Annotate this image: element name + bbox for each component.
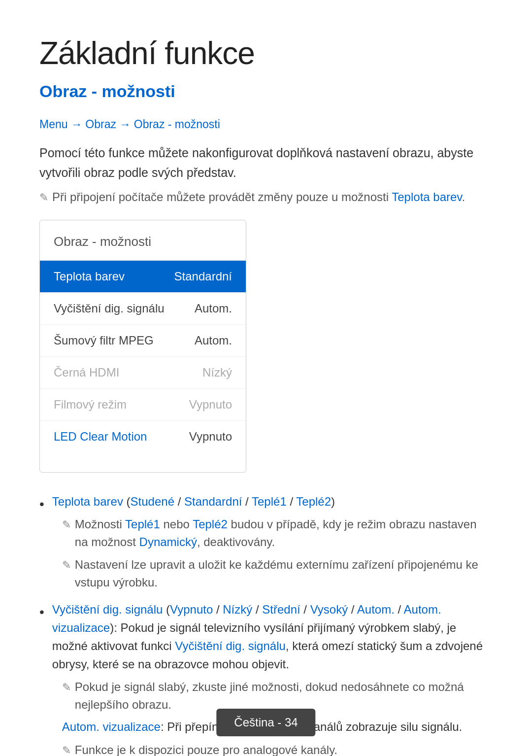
breadcrumb-obraz[interactable]: Obraz bbox=[85, 118, 116, 131]
bullet-dot-1: • bbox=[39, 493, 44, 515]
link-standardni[interactable]: Standardní bbox=[184, 495, 242, 508]
note-link-teplota[interactable]: Teplota barev bbox=[392, 190, 462, 204]
menu-row-vycisteni[interactable]: Vyčištění dig. signálu Autom. bbox=[40, 293, 246, 325]
menu-row-led[interactable]: LED Clear Motion Vypnuto bbox=[40, 421, 246, 452]
bullet-content-teplota: Teplota barev (Studené / Standardní / Te… bbox=[52, 492, 493, 591]
link-autom-v[interactable]: Autom. bbox=[357, 603, 395, 616]
menu-panel-title: Obraz - možnosti bbox=[40, 232, 246, 261]
menu-value-led: Vypnuto bbox=[189, 428, 232, 446]
subnote-icon-1: ✎ bbox=[62, 516, 71, 533]
menu-row-sumovy[interactable]: Šumový filtr MPEG Autom. bbox=[40, 325, 246, 357]
footer: Čeština - 34 bbox=[216, 709, 315, 736]
menu-label-vycisteni: Vyčištění dig. signálu bbox=[54, 300, 165, 317]
subnote-vycisteni-2: ✎ Funkce je k dispozici pouze pro analog… bbox=[62, 741, 493, 756]
breadcrumb: Menu → Obraz → Obraz - možnosti bbox=[39, 116, 493, 133]
menu-label-sumovy: Šumový filtr MPEG bbox=[54, 332, 154, 349]
subnote-icon-v2: ✎ bbox=[62, 742, 71, 756]
intro-text: Pomocí této funkce můžete nakonfigurovat… bbox=[39, 143, 493, 182]
link-vycisteni[interactable]: Vyčištění dig. signálu bbox=[52, 603, 163, 616]
link-teple1[interactable]: Teplé1 bbox=[252, 495, 287, 508]
bullet-dot-2: • bbox=[39, 601, 44, 622]
link-vypnuto-v[interactable]: Vypnuto bbox=[170, 603, 213, 616]
bullet-teplota-barev: • Teplota barev (Studené / Standardní / … bbox=[39, 492, 493, 591]
menu-label-filmovy: Filmový režim bbox=[54, 396, 127, 413]
link-teple1-sub[interactable]: Teplé1 bbox=[125, 517, 160, 531]
link-vysoky-v[interactable]: Vysoký bbox=[310, 603, 348, 616]
link-teple2-sub[interactable]: Teplé2 bbox=[193, 517, 228, 531]
link-studene[interactable]: Studené bbox=[131, 495, 174, 508]
link-stredni-v[interactable]: Střední bbox=[262, 603, 300, 616]
link-dynamicky[interactable]: Dynamický bbox=[139, 535, 197, 549]
menu-value-filmovy: Vypnuto bbox=[189, 396, 232, 413]
link-teple2[interactable]: Teplé2 bbox=[296, 495, 331, 508]
subnote-teplota-1: ✎ Možnosti Teplé1 nebo Teplé2 budou v př… bbox=[62, 515, 493, 551]
link-vycisteni-sub[interactable]: Vyčištění dig. signálu bbox=[175, 639, 286, 653]
subnote-icon-2: ✎ bbox=[62, 557, 71, 573]
menu-label-led: LED Clear Motion bbox=[54, 428, 147, 446]
menu-row-cerna-hdmi[interactable]: Černá HDMI Nízký bbox=[40, 357, 246, 389]
link-teplota-barev[interactable]: Teplota barev bbox=[52, 495, 123, 508]
link-autom-viz-label[interactable]: Autom. vizualizace bbox=[62, 720, 161, 733]
subnote-teplota-2: ✎ Nastavení lze upravit a uložit ke každ… bbox=[62, 556, 493, 591]
footer-label: Čeština - 34 bbox=[234, 716, 298, 729]
breadcrumb-menu[interactable]: Menu bbox=[39, 118, 68, 131]
breadcrumb-obraz-moznosti[interactable]: Obraz - možnosti bbox=[134, 118, 220, 131]
menu-label-cerna: Černá HDMI bbox=[54, 364, 119, 381]
note-text: ✎ Při připojení počítače můžete provádět… bbox=[39, 188, 493, 206]
subnote-icon-v1: ✎ bbox=[62, 679, 71, 695]
menu-row-filmovy[interactable]: Filmový režim Vypnuto bbox=[40, 389, 246, 421]
menu-value-cerna: Nízký bbox=[202, 364, 232, 381]
note-icon: ✎ bbox=[39, 189, 48, 206]
menu-row-teplota-barev[interactable]: Teplota barev Standardní bbox=[40, 261, 246, 293]
note-text-before: Při připojení počítače můžete provádět z… bbox=[52, 190, 392, 204]
link-nizky-v[interactable]: Nízký bbox=[223, 603, 252, 616]
menu-value-teplota: Standardní bbox=[174, 268, 232, 285]
menu-value-sumovy: Autom. bbox=[195, 332, 232, 349]
menu-label-teplota: Teplota barev bbox=[54, 268, 125, 285]
page-subtitle: Obraz - možnosti bbox=[39, 79, 493, 104]
page-title: Základní funkce bbox=[39, 30, 493, 77]
menu-panel: Obraz - možnosti Teplota barev Standardn… bbox=[39, 220, 246, 473]
menu-value-vycisteni: Autom. bbox=[195, 300, 232, 317]
